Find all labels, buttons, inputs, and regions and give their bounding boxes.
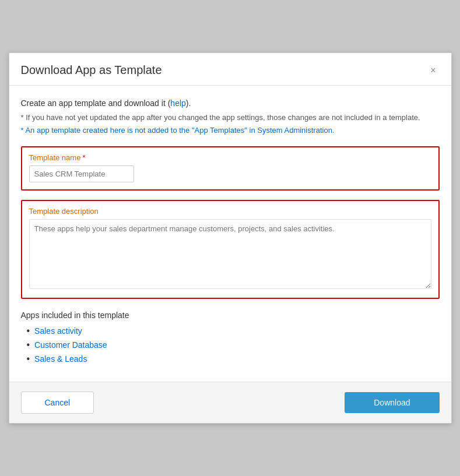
apps-list: Sales activityCustomer DatabaseSales & L… bbox=[21, 326, 440, 364]
template-name-label: Template name* bbox=[29, 153, 431, 162]
download-button[interactable]: Download bbox=[345, 392, 439, 413]
list-item: Sales & Leads bbox=[27, 354, 440, 364]
info-section: Create an app template and download it (… bbox=[21, 97, 440, 136]
template-name-section: Template name* bbox=[21, 146, 440, 191]
dialog-header: Download App as Template × bbox=[9, 53, 451, 86]
required-star: * bbox=[82, 153, 85, 162]
template-description-label: Template description bbox=[29, 207, 431, 216]
template-name-input[interactable] bbox=[29, 165, 134, 182]
dialog: Download App as Template × Create an app… bbox=[9, 52, 452, 424]
dialog-body: Create an app template and download it (… bbox=[9, 86, 451, 382]
template-description-section: Template description bbox=[21, 200, 440, 299]
list-item: Sales activity bbox=[27, 326, 440, 336]
warning2-text: * An app template created here is not ad… bbox=[21, 125, 440, 136]
main-info-text: Create an app template and download it bbox=[21, 98, 166, 108]
close-button[interactable]: × bbox=[427, 65, 439, 76]
dialog-footer: Cancel Download bbox=[9, 382, 451, 423]
cancel-button[interactable]: Cancel bbox=[21, 392, 94, 414]
dialog-overlay: Download App as Template × Create an app… bbox=[0, 0, 460, 476]
dialog-title: Download App as Template bbox=[21, 64, 162, 77]
help-link[interactable]: help bbox=[170, 98, 185, 108]
list-item: Customer Database bbox=[27, 340, 440, 350]
warning1-text: * If you have not yet updated the app af… bbox=[21, 112, 440, 124]
apps-section: Apps included in this template Sales act… bbox=[21, 311, 440, 364]
apps-section-title: Apps included in this template bbox=[21, 311, 440, 320]
template-description-input[interactable] bbox=[29, 219, 431, 289]
main-info-line: Create an app template and download it (… bbox=[21, 97, 440, 110]
